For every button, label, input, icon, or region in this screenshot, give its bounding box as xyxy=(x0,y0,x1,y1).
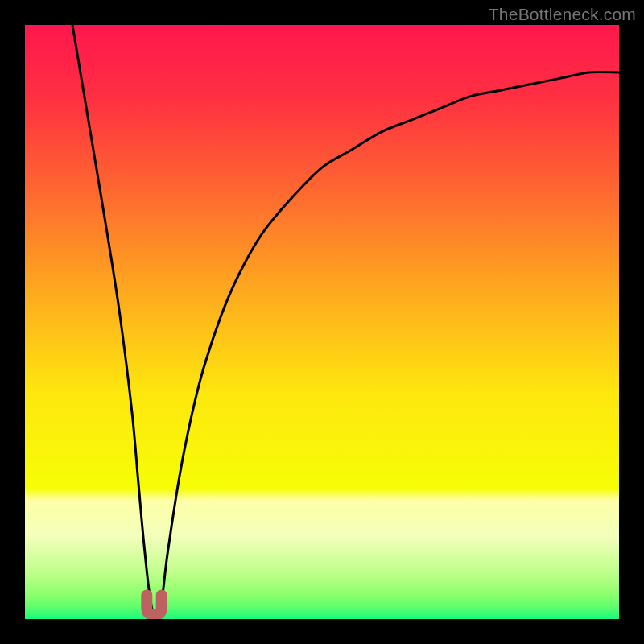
watermark-text: TheBottleneck.com xyxy=(489,5,636,24)
bottleneck-curve xyxy=(72,25,619,619)
chart-frame: TheBottleneck.com xyxy=(0,0,644,644)
plot-area xyxy=(25,25,619,619)
optimal-marker xyxy=(147,596,161,615)
curve-layer xyxy=(25,25,619,619)
